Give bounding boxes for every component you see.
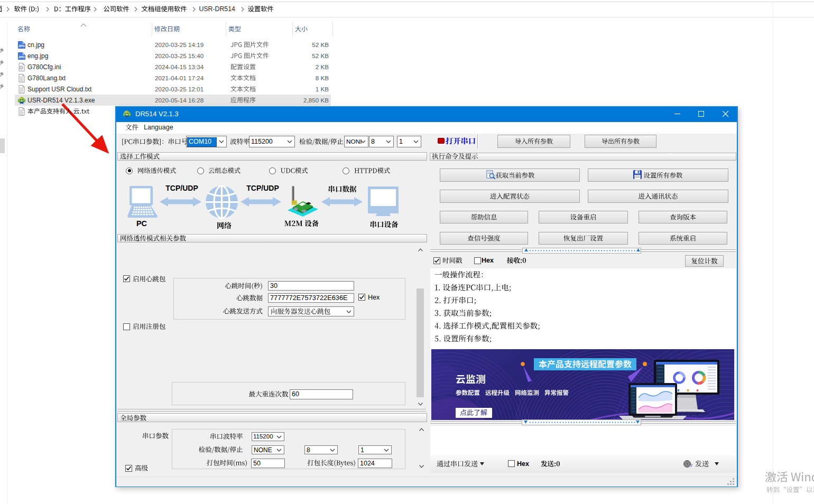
svg-text:JPG: JPG: [18, 55, 25, 59]
svg-text:JPG: JPG: [18, 44, 25, 48]
